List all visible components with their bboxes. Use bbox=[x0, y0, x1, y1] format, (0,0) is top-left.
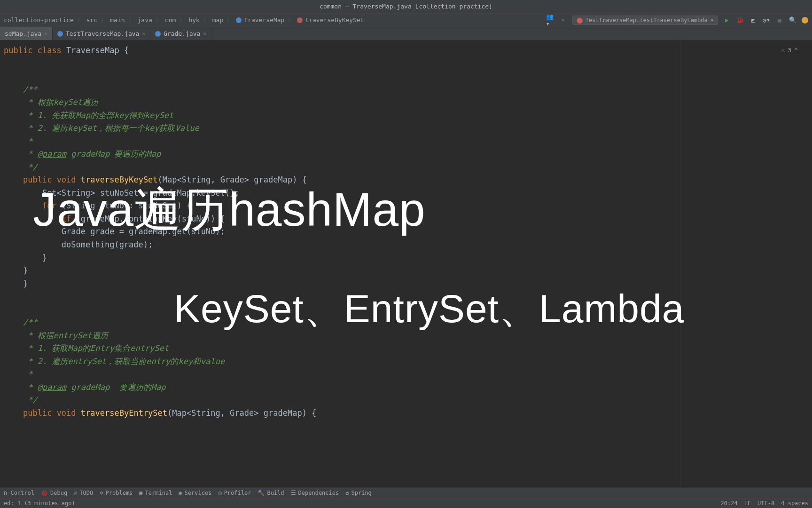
window-titlebar: common — TraverseMap.java [collection-pr… bbox=[0, 0, 812, 13]
editor-tabs: seMap.java ✕ TestTraverseMap.java ✕ Grad… bbox=[0, 27, 812, 40]
tab-testtraversemap[interactable]: TestTraverseMap.java ✕ bbox=[53, 27, 150, 40]
breadcrumb-item[interactable]: TraverseMap bbox=[244, 16, 284, 24]
run-config-label: TestTraverseMap.testTraverseByLambda bbox=[586, 17, 708, 24]
stop-icon[interactable]: ■ bbox=[775, 16, 784, 24]
tab-traversemap[interactable]: seMap.java ✕ bbox=[0, 27, 53, 40]
indent-config[interactable]: 4 spaces bbox=[781, 500, 808, 507]
close-icon[interactable]: ✕ bbox=[44, 31, 47, 37]
breadcrumb-item[interactable]: java bbox=[138, 16, 152, 24]
caret-position[interactable]: 20:24 bbox=[721, 500, 738, 507]
tab-label: seMap.java bbox=[5, 30, 41, 37]
breadcrumb-item[interactable]: traverseByKeySet bbox=[305, 16, 364, 24]
window-title: common — TraverseMap.java [collection-pr… bbox=[320, 3, 492, 10]
tool-terminal[interactable]: ▣Terminal bbox=[139, 490, 172, 496]
tool-dependencies[interactable]: ☰Dependencies bbox=[291, 490, 339, 496]
chevron-down-icon: ▾ bbox=[710, 17, 714, 24]
tool-build[interactable]: 🔨Build bbox=[258, 490, 284, 496]
tool-version-control[interactable]: n Control bbox=[4, 490, 34, 496]
status-message: ed: 1 (3 minutes ago) bbox=[4, 500, 75, 507]
search-icon[interactable]: 🔍 bbox=[789, 16, 797, 24]
users-icon[interactable]: 👥▾ bbox=[546, 16, 554, 24]
breadcrumb-item[interactable]: collection-practice bbox=[4, 16, 74, 24]
class-icon bbox=[236, 17, 242, 23]
tool-todo[interactable]: ≡TODO bbox=[74, 490, 93, 496]
java-icon bbox=[155, 31, 161, 37]
breadcrumb-item[interactable]: map bbox=[212, 16, 223, 24]
services-icon: ◉ bbox=[179, 490, 182, 496]
breadcrumb-item[interactable]: hyk bbox=[188, 16, 199, 24]
profiler-icon: ◷ bbox=[218, 490, 221, 496]
tool-debug[interactable]: 🐞Debug bbox=[41, 490, 67, 496]
close-icon[interactable]: ✕ bbox=[203, 31, 206, 37]
line-separator[interactable]: LF bbox=[744, 500, 751, 507]
file-encoding[interactable]: UTF-8 bbox=[757, 500, 774, 507]
tool-problems[interactable]: ⊘Problems bbox=[100, 490, 133, 496]
run-icon[interactable]: ▶ bbox=[723, 16, 731, 24]
breadcrumb-item[interactable]: com bbox=[165, 16, 176, 24]
hammer-icon: 🔨 bbox=[258, 490, 265, 496]
java-icon bbox=[57, 31, 63, 37]
profiler-icon[interactable]: ◷▾ bbox=[762, 16, 771, 24]
run-configuration-selector[interactable]: ⬤ TestTraverseMap.testTraverseByLambda ▾ bbox=[572, 16, 718, 25]
tool-spring[interactable]: ✿Spring bbox=[345, 490, 372, 496]
tool-profiler[interactable]: ◷Profiler bbox=[218, 490, 251, 496]
list-icon: ≡ bbox=[74, 490, 77, 496]
back-icon[interactable]: ↖ bbox=[559, 16, 568, 24]
debug-icon[interactable]: 🐞 bbox=[736, 16, 744, 24]
breadcrumb-item[interactable]: main bbox=[110, 16, 125, 24]
breadcrumb-item[interactable]: src bbox=[86, 16, 97, 24]
avatar-icon[interactable] bbox=[802, 17, 808, 24]
layers-icon: ☰ bbox=[291, 490, 296, 496]
tool-window-bar: n Control 🐞Debug ≡TODO ⊘Problems ▣Termin… bbox=[0, 487, 812, 498]
terminal-icon: ▣ bbox=[139, 490, 142, 496]
bug-icon: 🐞 bbox=[41, 490, 48, 496]
tab-label: Grade.java bbox=[164, 30, 200, 37]
error-icon: ⊘ bbox=[100, 490, 103, 496]
toolbar-right: 👥▾ ↖ ⬤ TestTraverseMap.testTraverseByLam… bbox=[546, 16, 808, 25]
tool-services[interactable]: ◉Services bbox=[179, 490, 211, 496]
spring-icon: ✿ bbox=[345, 490, 349, 496]
method-icon bbox=[297, 17, 303, 23]
breadcrumb: collection-practice〉 src〉 main〉 java〉 co… bbox=[4, 16, 546, 24]
close-icon[interactable]: ✕ bbox=[142, 31, 145, 37]
code-editor[interactable]: ⚠ 3 ⌃ public class TraverseMap { /** * 根… bbox=[0, 40, 812, 487]
navigation-bar: collection-practice〉 src〉 main〉 java〉 co… bbox=[0, 13, 812, 27]
tab-label: TestTraverseMap.java bbox=[66, 30, 140, 37]
tab-grade[interactable]: Grade.java ✕ bbox=[150, 27, 211, 40]
coverage-icon[interactable]: ◩ bbox=[749, 16, 757, 24]
status-bar: ed: 1 (3 minutes ago) 20:24 LF UTF-8 4 s… bbox=[0, 498, 812, 508]
code-content: public class TraverseMap { /** * 根据keySe… bbox=[4, 44, 812, 420]
